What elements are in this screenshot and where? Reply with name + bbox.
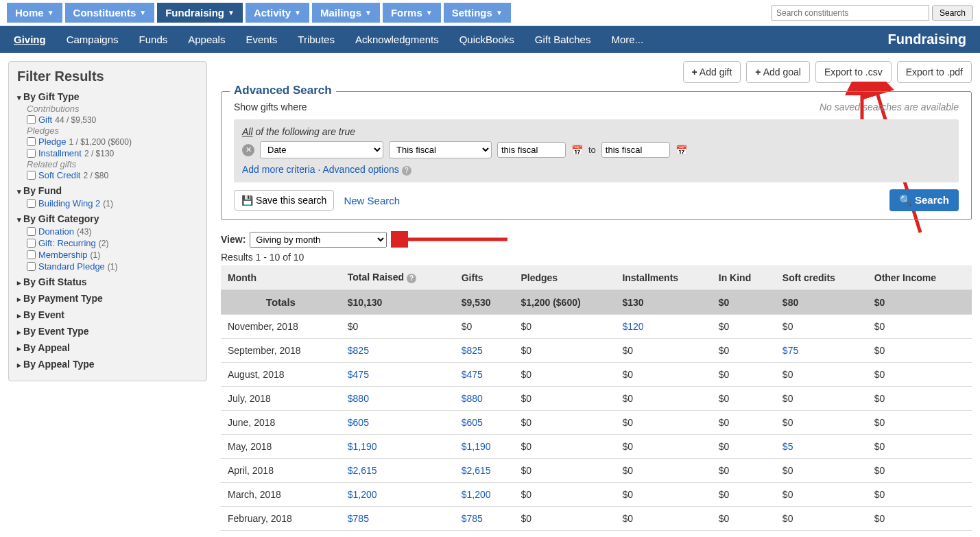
subnav-acknowledgments[interactable]: Acknowledgments (355, 34, 439, 45)
new-search-link[interactable]: New Search (344, 195, 400, 206)
subnav-more-[interactable]: More... (611, 34, 643, 45)
help-icon[interactable]: ? (402, 166, 411, 176)
cell-link[interactable]: $880 (348, 393, 369, 404)
cell-link[interactable]: $825 (348, 345, 369, 356)
col-in-kind[interactable]: In Kind (712, 265, 776, 290)
add-criteria-link[interactable]: Add more criteria (242, 164, 315, 175)
cell-link[interactable]: $880 (462, 393, 483, 404)
filter-checkbox[interactable] (27, 149, 36, 158)
filter-link[interactable]: Pledge (38, 136, 66, 147)
cell-link[interactable]: $475 (462, 369, 483, 380)
subnav-appeals[interactable]: Appeals (188, 34, 225, 45)
filter-link[interactable]: Donation (38, 226, 74, 237)
date-from-input[interactable] (497, 142, 566, 158)
filter-item[interactable]: Pledge 1 / $1,200 ($600) (27, 136, 198, 147)
subnav-gift-batches[interactable]: Gift Batches (535, 34, 591, 45)
subnav-events[interactable]: Events (246, 34, 277, 45)
search-go-button[interactable]: 🔍 Search (889, 189, 959, 211)
filter-link[interactable]: Installment (38, 148, 82, 158)
filter-link[interactable]: Gift (38, 115, 52, 125)
cell-link[interactable]: $2,615 (462, 465, 491, 476)
view-select[interactable]: Giving by month (250, 232, 387, 248)
criteria-field-select[interactable]: Date (260, 141, 383, 158)
cell-link[interactable]: $605 (348, 417, 369, 428)
filter-link[interactable]: Soft Credit (38, 170, 80, 180)
col-gifts[interactable]: Gifts (455, 265, 514, 290)
filter-by-fund[interactable]: By Fund (17, 184, 198, 198)
col-pledges[interactable]: Pledges (514, 265, 615, 290)
search-input[interactable] (772, 5, 929, 21)
filter-item[interactable]: Building Wing 2 (1) (27, 198, 198, 209)
filter-item[interactable]: Soft Credit 2 / $80 (27, 169, 198, 181)
subnav-campaigns[interactable]: Campaigns (67, 34, 119, 45)
filter-item[interactable]: Standard Pledge (1) (27, 261, 198, 272)
filter-by-event[interactable]: By Event (17, 308, 198, 322)
search-button[interactable]: Search (932, 5, 973, 21)
filter-checkbox[interactable] (27, 137, 36, 146)
col-soft-credits[interactable]: Soft credits (776, 265, 868, 290)
filter-by-appeal-type[interactable]: By Appeal Type (17, 357, 198, 371)
calendar-to-icon[interactable]: 📅 (676, 145, 687, 156)
nav-settings[interactable]: Settings ▼ (444, 3, 511, 23)
cell-link[interactable]: $785 (462, 513, 483, 524)
filter-item[interactable]: Gift: Recurring (2) (27, 237, 198, 249)
filter-link[interactable]: Gift: Recurring (38, 238, 96, 248)
export-csv-button[interactable]: Export to .csv (815, 61, 892, 83)
filter-by-payment-type[interactable]: By Payment Type (17, 291, 198, 305)
subnav-quickbooks[interactable]: QuickBooks (459, 34, 514, 45)
col-installments[interactable]: Installments (615, 265, 711, 290)
advanced-options-link[interactable]: Advanced options (323, 164, 399, 175)
export-pdf-button[interactable]: Export to .pdf (897, 61, 972, 83)
subnav-tributes[interactable]: Tributes (298, 34, 335, 45)
filter-link[interactable]: Membership (38, 250, 88, 260)
filter-checkbox[interactable] (27, 115, 36, 124)
add-gift-button[interactable]: + Add gift (683, 61, 741, 83)
cell-link[interactable]: $75 (782, 345, 798, 356)
nav-activity[interactable]: Activity ▼ (246, 3, 309, 23)
cell-link[interactable]: $2,615 (348, 465, 377, 476)
filter-checkbox[interactable] (27, 199, 36, 208)
cell-link[interactable]: $475 (348, 369, 369, 380)
nav-constituents[interactable]: Constituents ▼ (65, 3, 155, 23)
filter-item[interactable]: Gift 44 / $9,530 (27, 114, 198, 126)
criteria-operator-select[interactable]: This fiscal (389, 141, 492, 158)
cell-link[interactable]: $1,190 (462, 441, 491, 452)
calendar-from-icon[interactable]: 📅 (571, 145, 583, 156)
filter-item[interactable]: Donation (43) (27, 226, 198, 237)
filter-link[interactable]: Building Wing 2 (38, 198, 100, 208)
subnav-funds[interactable]: Funds (139, 34, 168, 45)
filter-checkbox[interactable] (27, 239, 36, 248)
filter-link[interactable]: Standard Pledge (38, 261, 105, 272)
nav-fundraising[interactable]: Fundraising ▼ (157, 3, 243, 23)
filter-checkbox[interactable] (27, 250, 36, 259)
filter-by-gift-category[interactable]: By Gift Category (17, 212, 198, 226)
col-total-raised[interactable]: Total Raised? (341, 265, 455, 290)
filter-by-event-type[interactable]: By Event Type (17, 324, 198, 338)
add-goal-button[interactable]: + Add goal (746, 61, 810, 83)
remove-criteria-icon[interactable]: ✕ (242, 144, 254, 156)
cell-link[interactable]: $120 (622, 321, 643, 332)
subnav-giving[interactable]: Giving (14, 34, 46, 45)
cell-link[interactable]: $1,200 (348, 489, 377, 500)
nav-home[interactable]: Home ▼ (7, 3, 62, 23)
cell-link[interactable]: $605 (462, 417, 483, 428)
nav-forms[interactable]: Forms ▼ (383, 3, 441, 23)
filter-checkbox[interactable] (27, 262, 36, 271)
cell-link[interactable]: $1,190 (348, 441, 377, 452)
cell-link[interactable]: $825 (462, 345, 483, 356)
save-search-button[interactable]: 💾 Save this search (234, 190, 334, 211)
filter-by-appeal[interactable]: By Appeal (17, 341, 198, 355)
filter-item[interactable]: Installment 2 / $130 (27, 147, 198, 159)
filter-by-gift-type[interactable]: By Gift Type (17, 90, 198, 104)
cell-link[interactable]: $5 (782, 441, 793, 452)
date-to-input[interactable] (601, 142, 670, 158)
filter-checkbox[interactable] (27, 227, 36, 236)
cell-link[interactable]: $785 (348, 513, 369, 524)
filter-item[interactable]: Membership (1) (27, 249, 198, 261)
filter-checkbox[interactable] (27, 171, 36, 180)
col-month[interactable]: Month (221, 265, 341, 290)
col-other-income[interactable]: Other Income (868, 265, 972, 290)
cell-link[interactable]: $1,200 (462, 489, 491, 500)
filter-by-gift-status[interactable]: By Gift Status (17, 275, 198, 289)
nav-mailings[interactable]: Mailings ▼ (312, 3, 380, 23)
